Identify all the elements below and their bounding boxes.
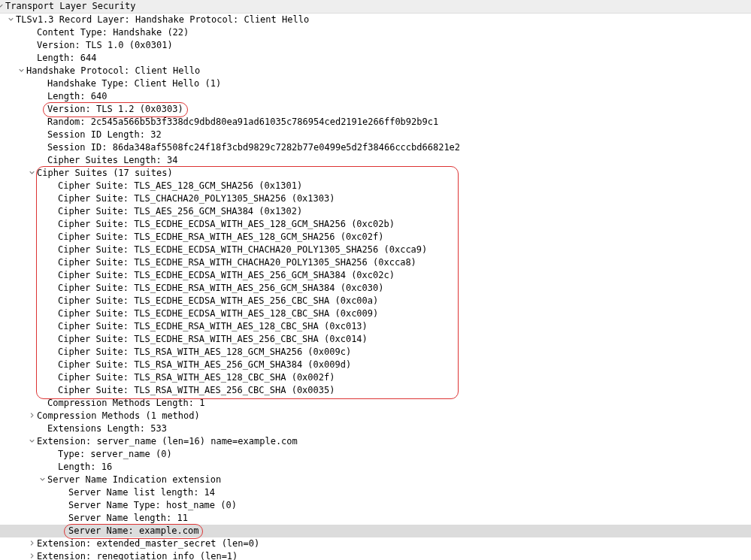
tree-row-text: Extension: extended_master_secret (len=0… xyxy=(37,538,259,549)
tree-row-text: Extension: server_name (len=16) name=exa… xyxy=(37,436,298,446)
tree-row[interactable]: Cipher Suite: TLS_ECDHE_ECDSA_WITH_AES_1… xyxy=(0,218,751,231)
tree-row[interactable]: Extension: renegotiation_info (len=1) xyxy=(0,550,751,560)
tree-row[interactable]: Server Name length: 11 xyxy=(0,512,751,525)
tree-row[interactable]: Handshake Protocol: Client Hello xyxy=(0,65,751,77)
tree-row-text: Type: server_name (0) xyxy=(58,449,172,459)
tree-row-text: Cipher Suite: TLS_CHACHA20_POLY1305_SHA2… xyxy=(58,193,335,204)
tree-row-text: Cipher Suite: TLS_AES_256_GCM_SHA384 (0x… xyxy=(58,206,302,216)
tree-row[interactable]: Version: TLS 1.0 (0x0301) xyxy=(0,39,751,52)
tree-row[interactable]: Cipher Suite: TLS_RSA_WITH_AES_128_CBC_S… xyxy=(0,371,751,384)
tree-row-text: Cipher Suite: TLS_ECDHE_ECDSA_WITH_AES_2… xyxy=(58,270,395,280)
tree-row-text: Version: TLS 1.2 (0x0303) xyxy=(47,104,183,114)
tree-row[interactable]: Extension: extended_master_secret (len=0… xyxy=(0,537,751,550)
tree-row-text: Version: TLS 1.0 (0x0301) xyxy=(37,40,173,50)
tree-row-text: Cipher Suites Length: 34 xyxy=(47,155,177,165)
expand-icon[interactable] xyxy=(29,438,35,443)
tree-row[interactable]: Cipher Suite: TLS_ECDHE_RSA_WITH_AES_128… xyxy=(0,231,751,244)
tree-row[interactable]: Cipher Suite: TLS_RSA_WITH_AES_256_GCM_S… xyxy=(0,359,751,371)
tree-row-text: Length: 644 xyxy=(37,53,96,63)
tree-row[interactable]: Version: TLS 1.2 (0x0303) xyxy=(0,103,751,116)
tree-row-text: Cipher Suite: TLS_RSA_WITH_AES_128_GCM_S… xyxy=(58,347,351,357)
tree-row[interactable]: Cipher Suite: TLS_AES_128_GCM_SHA256 (0x… xyxy=(0,180,751,192)
tree-row[interactable]: Cipher Suite: TLS_CHACHA20_POLY1305_SHA2… xyxy=(0,192,751,205)
tree-row[interactable]: Server Name: example.com xyxy=(0,525,751,537)
tree-row-text: Content Type: Handshake (22) xyxy=(37,27,189,38)
tree-row[interactable]: Length: 16 xyxy=(0,461,751,474)
tree-row-text: Cipher Suite: TLS_ECDHE_ECDSA_WITH_AES_2… xyxy=(58,295,378,306)
tree-row[interactable]: Cipher Suite: TLS_AES_256_GCM_SHA384 (0x… xyxy=(0,205,751,218)
tree-row[interactable]: Session ID: 86da348af5508fc24f18f3cbd982… xyxy=(0,141,751,154)
tree-row-text: Server Name Type: host_name (0) xyxy=(68,500,237,510)
expand-icon[interactable] xyxy=(29,170,35,175)
tree-row-text: Cipher Suite: TLS_AES_128_GCM_SHA256 (0x… xyxy=(58,180,302,191)
tree-row[interactable]: Extension: server_name (len=16) name=exa… xyxy=(0,435,751,448)
tree-row-text: Extensions Length: 533 xyxy=(47,423,167,434)
tree-row-text: Compression Methods Length: 1 xyxy=(47,398,205,408)
tree-row-text: Server Name list length: 14 xyxy=(68,487,215,498)
tree-row-text: Cipher Suite: TLS_RSA_WITH_AES_256_GCM_S… xyxy=(58,359,351,370)
collapse-icon[interactable] xyxy=(29,540,35,546)
tree-row[interactable]: Handshake Type: Client Hello (1) xyxy=(0,77,751,90)
tree-row-text: Handshake Protocol: Client Hello xyxy=(26,65,200,76)
tree-row-text: Transport Layer Security xyxy=(5,1,135,11)
tree-row-text: Handshake Type: Client Hello (1) xyxy=(47,78,221,89)
tree-row-text: Session ID: 86da348af5508fc24f18f3cbd982… xyxy=(47,142,460,153)
expand-icon[interactable] xyxy=(0,3,3,8)
tree-row-text: Extension: renegotiation_info (len=1) xyxy=(37,551,238,560)
tree-row[interactable]: Cipher Suite: TLS_RSA_WITH_AES_128_GCM_S… xyxy=(0,346,751,359)
tree-row-text: Cipher Suite: TLS_ECDHE_RSA_WITH_AES_256… xyxy=(58,334,368,344)
tree-row-text: Server Name length: 11 xyxy=(68,513,188,523)
collapse-icon[interactable] xyxy=(29,413,35,418)
tree-row-text: TLSv1.3 Record Layer: Handshake Protocol… xyxy=(16,14,309,25)
tree-row[interactable]: Content Type: Handshake (22) xyxy=(0,26,751,39)
tree-row[interactable]: Server Name Type: host_name (0) xyxy=(0,499,751,512)
expand-icon[interactable] xyxy=(8,17,14,22)
tree-row-text: Length: 16 xyxy=(58,462,112,472)
tree-row[interactable]: Compression Methods (1 method) xyxy=(0,410,751,422)
tree-row-text: Random: 2c545a566b5b3f338dc9dbd80ea91ad6… xyxy=(47,117,438,127)
tree-row-text: Cipher Suite: TLS_ECDHE_RSA_WITH_AES_128… xyxy=(58,232,383,242)
tree-row[interactable]: TLSv1.3 Record Layer: Handshake Protocol… xyxy=(0,14,751,26)
tree-row[interactable]: Transport Layer Security xyxy=(0,0,751,14)
tree-row-text: Cipher Suite: TLS_ECDHE_RSA_WITH_AES_256… xyxy=(58,283,383,293)
tree-row-text: Compression Methods (1 method) xyxy=(37,410,200,421)
collapse-icon[interactable] xyxy=(29,553,35,558)
tree-row[interactable]: Type: server_name (0) xyxy=(0,448,751,461)
tree-row[interactable]: Length: 644 xyxy=(0,52,751,65)
tree-row-text: Cipher Suite: TLS_ECDHE_ECDSA_WITH_CHACH… xyxy=(58,244,427,255)
tree-row-text: Cipher Suite: TLS_ECDHE_RSA_WITH_AES_128… xyxy=(58,321,368,331)
tree-row[interactable]: Cipher Suite: TLS_RSA_WITH_AES_256_CBC_S… xyxy=(0,384,751,397)
tree-row-text: Length: 640 xyxy=(47,91,107,101)
tree-row[interactable]: Cipher Suites Length: 34 xyxy=(0,154,751,167)
tree-row[interactable]: Length: 640 xyxy=(0,90,751,103)
tree-row-text: Cipher Suite: TLS_RSA_WITH_AES_256_CBC_S… xyxy=(58,385,335,395)
expand-icon[interactable] xyxy=(19,68,24,73)
tree-row[interactable]: Cipher Suite: TLS_ECDHE_ECDSA_WITH_AES_2… xyxy=(0,269,751,282)
tree-row[interactable]: Cipher Suite: TLS_ECDHE_ECDSA_WITH_CHACH… xyxy=(0,244,751,256)
tree-row[interactable]: Cipher Suite: TLS_ECDHE_ECDSA_WITH_AES_2… xyxy=(0,295,751,307)
tree-row-text: Cipher Suite: TLS_ECDHE_RSA_WITH_CHACHA2… xyxy=(58,257,416,268)
tree-row[interactable]: Server Name Indication extension xyxy=(0,474,751,486)
tree-row[interactable]: Cipher Suite: TLS_ECDHE_RSA_WITH_AES_128… xyxy=(0,320,751,333)
tree-row-text: Cipher Suites (17 suites) xyxy=(37,168,173,178)
tree-row[interactable]: Cipher Suite: TLS_ECDHE_ECDSA_WITH_AES_1… xyxy=(0,307,751,320)
tree-row-text: Cipher Suite: TLS_ECDHE_ECDSA_WITH_AES_1… xyxy=(58,219,395,229)
tree-row-text: Server Name Indication extension xyxy=(47,474,221,485)
tree-row[interactable]: Compression Methods Length: 1 xyxy=(0,397,751,410)
tree-row[interactable]: Cipher Suite: TLS_ECDHE_RSA_WITH_CHACHA2… xyxy=(0,256,751,269)
tree-row-text: Cipher Suite: TLS_RSA_WITH_AES_128_CBC_S… xyxy=(58,372,335,383)
tree-row[interactable]: Server Name list length: 14 xyxy=(0,486,751,499)
expand-icon[interactable] xyxy=(40,477,45,482)
tree-row[interactable]: Cipher Suite: TLS_ECDHE_RSA_WITH_AES_256… xyxy=(0,333,751,346)
tree-row[interactable]: Random: 2c545a566b5b3f338dc9dbd80ea91ad6… xyxy=(0,116,751,129)
tree-row-text: Cipher Suite: TLS_ECDHE_ECDSA_WITH_AES_1… xyxy=(58,308,378,319)
tree-row[interactable]: Cipher Suite: TLS_ECDHE_RSA_WITH_AES_256… xyxy=(0,282,751,295)
tree-row[interactable]: Session ID Length: 32 xyxy=(0,129,751,141)
tree-row-text: Server Name: example.com xyxy=(68,525,198,536)
tree-row-text: Session ID Length: 32 xyxy=(47,129,162,140)
tree-row[interactable]: Extensions Length: 533 xyxy=(0,422,751,435)
tree-row[interactable]: Cipher Suites (17 suites) xyxy=(0,167,751,180)
